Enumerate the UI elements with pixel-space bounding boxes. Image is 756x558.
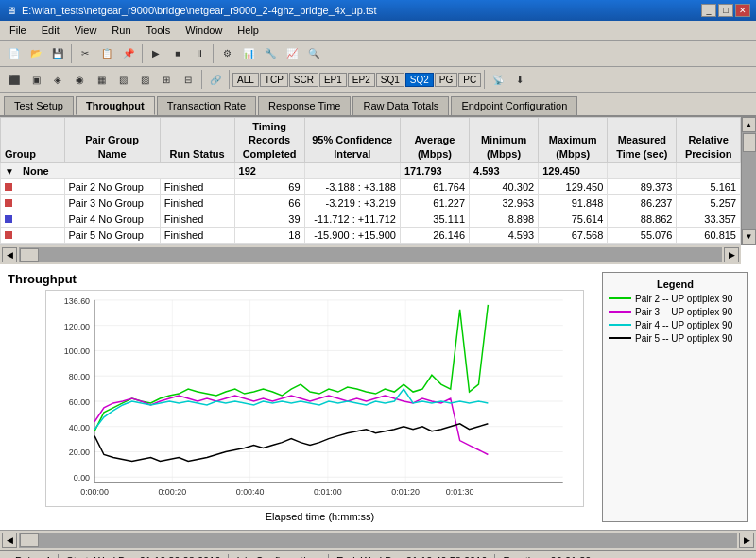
row1-records: 66	[234, 194, 304, 211]
svg-text:40.00: 40.00	[69, 423, 90, 432]
row0-status: Finished	[160, 178, 234, 194]
menu-file[interactable]: File	[4, 23, 32, 38]
col-header-group: Group	[1, 118, 65, 163]
svg-text:60.00: 60.00	[69, 397, 90, 407]
tag-sq1[interactable]: SQ1	[376, 73, 404, 87]
legend-color-pair3	[609, 311, 631, 313]
svg-text:0:00:20: 0:00:20	[158, 487, 186, 497]
save-button[interactable]: 💾	[47, 43, 68, 64]
scroll-left-button[interactable]: ◀	[2, 247, 17, 262]
scroll-right-button[interactable]: ▶	[724, 247, 739, 262]
tag-pc[interactable]: PC	[458, 73, 481, 87]
tab-throughput[interactable]: Throughput	[76, 96, 155, 115]
tag-scr[interactable]: SCR	[289, 73, 318, 87]
legend-item-0: Pair 2 -- UP optiplex 90	[609, 294, 742, 304]
menu-edit[interactable]: Edit	[36, 23, 65, 38]
tb2-btn9[interactable]: ⊟	[178, 69, 198, 90]
btn-extra1[interactable]: ⚙	[216, 43, 237, 64]
row2-pairname: Pair 4 No Group	[64, 211, 160, 227]
svg-text:0:00:00: 0:00:00	[80, 487, 109, 497]
h-scroll-track[interactable]	[19, 247, 722, 262]
btn-extra5[interactable]: 🔍	[303, 43, 324, 64]
stop-button[interactable]: ■	[167, 43, 188, 64]
scroll-up-arrow[interactable]: ▲	[742, 117, 756, 132]
close-button[interactable]: ✕	[735, 4, 750, 17]
tag-all[interactable]: ALL	[232, 73, 259, 87]
tb2-btn10[interactable]: 🔗	[205, 69, 226, 90]
chart-scroll-left[interactable]: ◀	[2, 533, 17, 548]
maximize-button[interactable]: □	[718, 4, 733, 17]
tag-sq2[interactable]: SQ2	[405, 73, 434, 87]
tb2-btn3[interactable]: ◈	[47, 69, 68, 90]
run-button[interactable]: ▶	[146, 43, 166, 64]
legend-item-3: Pair 5 -- UP optiplex 90	[609, 333, 742, 344]
chart-svg: 136.60 120.00 100.00 80.00 60.00 40.00 2…	[45, 290, 584, 507]
toolbar2-sep3	[484, 70, 485, 89]
table-row: Pair 4 No Group Finished 39 -11.712 : +1…	[1, 211, 741, 227]
scroll-down-arrow[interactable]: ▼	[742, 229, 756, 245]
tb2-btn11[interactable]: 📡	[488, 69, 508, 90]
tb2-btn1[interactable]: ⬛	[4, 69, 25, 90]
title-text: E:\wlan_tests\netgear_r9000\bridge\netge…	[22, 5, 377, 16]
menu-help[interactable]: Help	[232, 23, 265, 38]
tb2-btn8[interactable]: ⊞	[156, 69, 177, 90]
row0-pairname: Pair 2 No Group	[64, 178, 160, 194]
h-scroll-thumb[interactable]	[20, 248, 39, 262]
svg-text:0:01:30: 0:01:30	[446, 487, 474, 497]
btn-extra4[interactable]: 📈	[282, 43, 302, 64]
row2-minimum: 8.898	[470, 211, 539, 227]
data-table-wrapper: Group Pair GroupName Run Status Timing R…	[0, 117, 741, 245]
row0-records: 69	[234, 178, 304, 194]
tab-raw-data[interactable]: Raw Data Totals	[352, 96, 449, 115]
new-button[interactable]: 📄	[4, 43, 25, 64]
group-none-average: 171.793	[400, 162, 469, 178]
tb2-btn4[interactable]: ◉	[69, 69, 90, 90]
chart-h-track[interactable]	[19, 533, 737, 548]
table-horizontal-scrollbar[interactable]: ◀ ▶	[0, 245, 741, 264]
row2-status: Finished	[160, 211, 234, 227]
minimize-button[interactable]: _	[701, 4, 716, 17]
row0-group	[1, 178, 65, 194]
tb2-btn2[interactable]: ▣	[26, 69, 46, 90]
tab-response-time[interactable]: Response Time	[258, 96, 351, 115]
table-row: Pair 5 No Group Finished 18 -15.900 : +1…	[1, 227, 741, 243]
tb2-btn7[interactable]: ▨	[134, 69, 155, 90]
pause-button[interactable]: ⏸	[189, 43, 210, 64]
chart-horizontal-scrollbar[interactable]: ◀ ▶	[0, 530, 756, 550]
table-vertical-scrollbar[interactable]: ▲ ▼	[741, 117, 756, 245]
tag-ep2[interactable]: EP2	[348, 73, 375, 87]
tab-transaction-rate[interactable]: Transaction Rate	[157, 96, 256, 115]
chart-scroll-right[interactable]: ▶	[739, 533, 754, 548]
tab-endpoint-config[interactable]: Endpoint Configuration	[451, 96, 577, 115]
col-header-average: Average(Mbps)	[400, 118, 469, 163]
status-start: Start: Wed Dec 21 12:39:28 2016	[59, 554, 229, 558]
chart-wrapper: Mbps 136.60	[8, 290, 594, 522]
menu-window[interactable]: Window	[180, 23, 228, 38]
tag-ep1[interactable]: EP1	[319, 73, 347, 87]
row3-pairname: Pair 5 No Group	[64, 227, 160, 243]
scroll-thumb[interactable]	[743, 133, 756, 152]
svg-text:0:01:00: 0:01:00	[314, 487, 342, 497]
tb2-btn12[interactable]: ⬇	[509, 69, 530, 90]
row0-confidence: -3.188 : +3.188	[304, 178, 400, 194]
tag-tcp[interactable]: TCP	[260, 73, 288, 87]
row1-pairname: Pair 3 No Group	[64, 194, 160, 211]
menu-tools[interactable]: Tools	[141, 23, 177, 38]
scroll-track[interactable]	[742, 132, 756, 229]
btn-extra2[interactable]: 📊	[238, 43, 259, 64]
chart-h-thumb[interactable]	[20, 533, 39, 547]
menu-run[interactable]: Run	[106, 23, 136, 38]
open-button[interactable]: 📂	[26, 43, 46, 64]
copy-button[interactable]: 📋	[96, 43, 117, 64]
tb2-btn6[interactable]: ▧	[112, 69, 133, 90]
btn-extra3[interactable]: 🔧	[260, 43, 281, 64]
paste-button[interactable]: 📌	[118, 43, 139, 64]
window-controls[interactable]: _ □ ✕	[701, 4, 750, 17]
line-pair2	[94, 305, 488, 431]
tag-pg[interactable]: PG	[435, 73, 457, 87]
cut-button[interactable]: ✂	[75, 43, 95, 64]
tab-test-setup[interactable]: Test Setup	[4, 96, 74, 115]
tab-bar: Test Setup Throughput Transaction Rate R…	[0, 93, 756, 117]
menu-view[interactable]: View	[69, 23, 103, 38]
tb2-btn5[interactable]: ▦	[91, 69, 112, 90]
